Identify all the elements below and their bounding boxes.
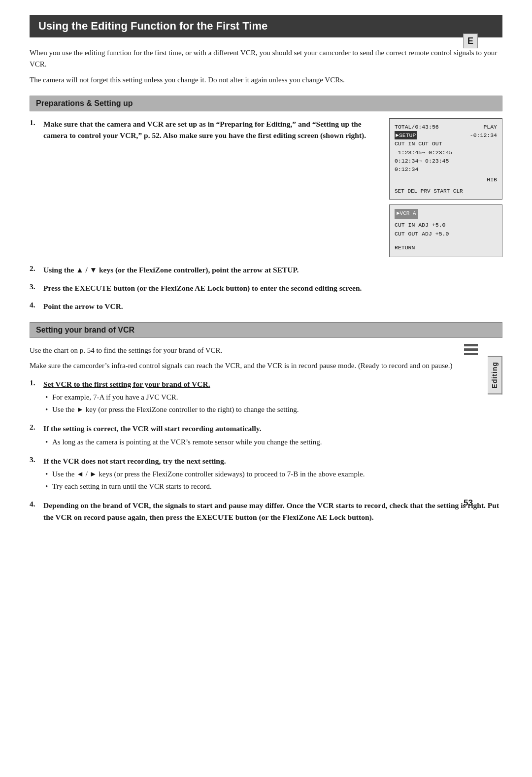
step2-text: Using the ▲ / ▼ keys (or the FlexiZone c… xyxy=(43,264,299,275)
screen1-buttons: SET DEL PRV START CLR xyxy=(395,187,497,196)
s2-step2-content: If the setting is correct, the VCR will … xyxy=(43,423,322,448)
step-1: 1. Make sure that the camera and VCR are… xyxy=(30,118,502,257)
step-3: 3. Press the EXECUTE button (or the Flex… xyxy=(30,282,502,294)
screen1-setup: ►SETUP xyxy=(395,131,417,139)
screen2-cutin: CUT IN ADJ +5.0 xyxy=(395,221,497,230)
sidebar-lines xyxy=(464,344,478,355)
s2-step-4: 4. Depending on the brand of VCR, the si… xyxy=(30,500,502,523)
step4-text: Point the arrow to VCR. xyxy=(43,301,123,312)
page-title: Using the Editing Function for the First… xyxy=(30,15,502,37)
editing-sidebar: Editing xyxy=(488,356,502,394)
sidebar-line-2 xyxy=(464,348,478,351)
s2-step1-bullet2: Use the ► key (or press the FlexiZone co… xyxy=(43,404,299,415)
screen1-hib: HIB xyxy=(395,175,497,184)
vcr-screens: TOTAL/0:43:56 PLAY ►SETUP -0:12:34 CUT I… xyxy=(389,118,502,257)
step3-num: 3. xyxy=(30,282,41,291)
s2-step4-text: Depending on the brand of VCR, the signa… xyxy=(43,500,502,523)
s2-step1-bullets: For example, 7-A if you have a JVC VCR. … xyxy=(43,392,299,415)
screen1-row5: 0:12:34→ 0:23:45 xyxy=(395,157,497,165)
intro-paragraph-1: When you use the editing function for th… xyxy=(30,47,502,70)
s2-step3-bullet1: Use the ◄ / ► keys (or press the FlexiZo… xyxy=(43,469,365,480)
steps-section1: 1. Make sure that the camera and VCR are… xyxy=(30,118,502,312)
screen2-title-row: ►VCR A xyxy=(395,209,497,221)
s2-step4-num: 4. xyxy=(30,500,41,508)
s2-step3-bullets: Use the ◄ / ► keys (or press the FlexiZo… xyxy=(43,469,365,492)
screen1-row2: ►SETUP -0:12:34 xyxy=(395,131,497,139)
intro-paragraph-2: The camera will not forget this setting … xyxy=(30,74,502,86)
sidebar-line-3 xyxy=(464,353,478,355)
step4-num: 4. xyxy=(30,301,41,309)
s2-step3-bullet2: Try each setting in turn until the VCR s… xyxy=(43,481,365,492)
s2-step2-bullets: As long as the camera is pointing at the… xyxy=(43,437,322,448)
section1-header: Preparations & Setting up xyxy=(30,96,502,111)
screen1-row3: CUT IN CUT OUT xyxy=(395,139,497,148)
screen1-row6: 0:12:34 xyxy=(395,165,497,173)
step3-text: Press the EXECUTE button (or the FlexiZo… xyxy=(43,282,362,294)
s2-step1-content: Set VCR to the first setting for your br… xyxy=(43,378,299,416)
screen1-time: -0:12:34 xyxy=(470,131,497,139)
sidebar-line-1 xyxy=(464,344,478,346)
s2-step2-num: 2. xyxy=(30,423,41,432)
s2-step-2: 2. If the setting is correct, the VCR wi… xyxy=(30,423,502,448)
s2-step1-bullet1: For example, 7-A if you have a JVC VCR. xyxy=(43,392,299,403)
steps-section2: 1. Set VCR to the first setting for your… xyxy=(30,378,502,523)
screen2-title: ►VCR A xyxy=(395,209,418,219)
s2-step-3: 3. If the VCR does not start recording, … xyxy=(30,455,502,493)
vcr-screen2: ►VCR A CUT IN ADJ +5.0 CUT OUT ADJ +5.0 … xyxy=(389,204,502,257)
s2-step-1: 1. Set VCR to the first setting for your… xyxy=(30,378,502,416)
page-number: 53 xyxy=(464,498,473,508)
step1-layout: Make sure that the camera and VCR are se… xyxy=(43,118,502,257)
screen1-row1: TOTAL/0:43:56 PLAY xyxy=(395,123,497,131)
s2-step3-num: 3. xyxy=(30,455,41,464)
step1-text: Make sure that the camera and VCR are se… xyxy=(43,118,379,141)
s2-step2-label: If the setting is correct, the VCR will … xyxy=(43,423,322,434)
s2-step3-content: If the VCR does not start recording, try… xyxy=(43,455,365,493)
s2-step1-label: Set VCR to the first setting for your br… xyxy=(43,378,299,390)
screen2-cutout: CUT OUT ADJ +5.0 xyxy=(395,230,497,238)
s2-step1-num: 1. xyxy=(30,378,41,387)
s2-step3-label: If the VCR does not start recording, try… xyxy=(43,455,365,467)
vcr-screen1: TOTAL/0:43:56 PLAY ►SETUP -0:12:34 CUT I… xyxy=(389,118,502,200)
section2-intro1: Use the chart on p. 54 to find the setti… xyxy=(30,345,502,356)
section2-intro2: Make sure the camcorder’s infra-red cont… xyxy=(30,360,502,372)
screen1-row4: -1:23:45→-0:23:45 xyxy=(395,148,497,157)
step1-num: 1. xyxy=(30,118,41,127)
screen2-return: RETURN xyxy=(395,243,497,252)
e-badge: E xyxy=(463,34,478,48)
step-4: 4. Point the arrow to VCR. xyxy=(30,301,502,312)
step-2: 2. Using the ▲ / ▼ keys (or the FlexiZon… xyxy=(30,264,502,275)
screen1-total: TOTAL/0:43:56 xyxy=(395,123,439,131)
step2-num: 2. xyxy=(30,264,41,273)
screen1-play: PLAY xyxy=(483,123,497,131)
section2-header: Setting your brand of VCR xyxy=(30,322,502,338)
s2-step2-bullet1: As long as the camera is pointing at the… xyxy=(43,437,322,448)
